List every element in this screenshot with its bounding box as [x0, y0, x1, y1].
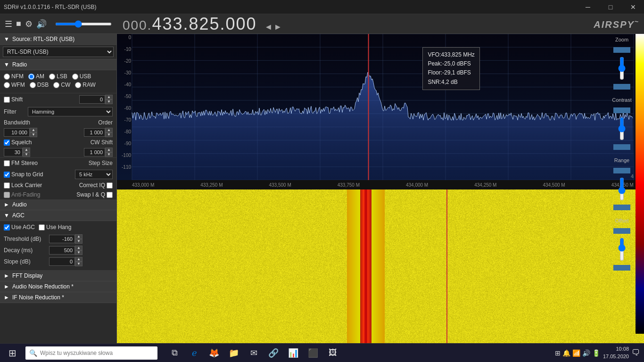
offset-btn1[interactable] — [613, 228, 630, 234]
fft-display[interactable]: 0 -10 -20 -30 -40 -50 -60 -70 -80 -90 -1… — [117, 34, 644, 180]
cwshift-down[interactable]: ▼ — [105, 152, 113, 157]
zoom-slider-btn2[interactable] — [613, 84, 630, 90]
fm-stereo-checkbox[interactable]: FM Stereo — [4, 160, 38, 166]
freq-main[interactable]: 433.825.000 — [152, 14, 256, 33]
squelch-value[interactable] — [4, 148, 23, 156]
minimize-button[interactable]: ─ — [577, 0, 599, 14]
shift-up[interactable]: ▲ — [105, 95, 113, 99]
audio-icon[interactable]: 🔊 — [36, 19, 47, 29]
use-hang-checkbox[interactable]: Use Hang — [39, 224, 71, 230]
volume-icon[interactable]: 🔊 — [582, 349, 590, 357]
slope-value[interactable] — [49, 257, 75, 266]
y-label-20: -20 — [118, 58, 131, 64]
close-button[interactable]: ✕ — [622, 0, 644, 14]
source-header[interactable]: ▼ Source: RTL-SDR (USB) — [0, 34, 116, 45]
shift-checkbox[interactable]: Shift — [4, 96, 23, 103]
snap-step-row: Snap to Grid 5 kHz 1 Hz 10 Hz 1 kHz 25 k… — [0, 168, 116, 181]
contrast-btn1[interactable] — [613, 107, 630, 113]
app-icon-6[interactable]: 📊 — [285, 345, 302, 362]
x-axis: 433,000 M 433,250 M 433,500 M 433,750 M … — [117, 180, 644, 189]
cwshift-up[interactable]: ▲ — [105, 148, 113, 152]
mode-am[interactable]: AM — [28, 73, 44, 80]
range-btn2[interactable] — [613, 205, 630, 210]
filter-dropdown[interactable]: Hamming Hann Blackman Rectangular — [28, 107, 113, 116]
zoom-slider-btn1[interactable] — [613, 47, 630, 53]
audio-section-header[interactable]: ► Audio — [0, 199, 116, 210]
mode-raw[interactable]: RAW — [75, 82, 96, 88]
threshold-up[interactable]: ▲ — [75, 234, 83, 239]
bw-down[interactable]: ▼ — [30, 132, 37, 137]
agc-header[interactable]: ▼ AGC — [0, 210, 116, 221]
slope-up[interactable]: ▲ — [75, 257, 83, 262]
zoom-slider[interactable] — [619, 57, 625, 80]
audio-noise-header[interactable]: ► Audio Noise Reduction * — [0, 281, 116, 292]
slope-down[interactable]: ▼ — [75, 262, 83, 266]
edge-icon[interactable]: ℯ — [186, 345, 203, 362]
search-input[interactable] — [40, 350, 154, 356]
threshold-down[interactable]: ▼ — [75, 239, 83, 244]
firefox-icon[interactable]: 🦊 — [206, 345, 223, 362]
range-slider[interactable] — [619, 177, 625, 201]
cwshift-value[interactable] — [84, 148, 105, 156]
mode-nfm[interactable]: NFM — [4, 73, 24, 80]
mode-usb[interactable]: USB — [72, 73, 91, 80]
order-up[interactable]: ▲ — [105, 128, 113, 132]
start-button[interactable]: ⊞ — [4, 345, 21, 362]
decay-value[interactable] — [49, 246, 75, 255]
shift-down[interactable]: ▼ — [105, 99, 113, 104]
shift-value[interactable] — [79, 95, 105, 104]
mode-dsb[interactable]: DSB — [30, 82, 49, 88]
taskview-icon[interactable]: ⧉ — [166, 345, 183, 362]
app-icon-8[interactable]: 🖼 — [324, 345, 341, 362]
folder-icon[interactable]: 📁 — [225, 345, 242, 362]
taskbar-search[interactable]: 🔍 — [25, 346, 157, 360]
tray-icon-1[interactable]: ⊞ — [555, 349, 561, 357]
contrast-btn2[interactable] — [613, 144, 630, 150]
decay-down[interactable]: ▼ — [75, 250, 83, 255]
if-noise-header[interactable]: ► IF Noise Reduction * — [0, 292, 116, 303]
waterfall-display[interactable] — [117, 189, 644, 343]
snap-to-grid-checkbox[interactable]: Snap to Grid — [4, 171, 43, 178]
range-btn1[interactable] — [613, 168, 630, 173]
mode-wfm[interactable]: WFM — [4, 82, 25, 88]
lock-carrier-checkbox[interactable]: Lock Carrier — [4, 182, 42, 189]
menu-icon[interactable]: ☰ — [5, 19, 12, 29]
tray-icon-2[interactable]: 🔔 — [562, 349, 570, 357]
use-agc-checkbox[interactable]: Use AGC — [4, 224, 35, 230]
mode-lsb[interactable]: LSB — [49, 73, 67, 80]
contrast-slider[interactable] — [619, 117, 625, 140]
mode-cw[interactable]: CW — [53, 82, 70, 88]
mail-icon[interactable]: ✉ — [245, 345, 262, 362]
network-icon[interactable]: 📶 — [572, 349, 580, 357]
order-down[interactable]: ▼ — [105, 132, 113, 137]
app-icon-5[interactable]: 🔗 — [265, 345, 282, 362]
terminal-icon[interactable]: ⬛ — [305, 345, 322, 362]
squelch-up[interactable]: ▲ — [23, 148, 30, 152]
stop-icon[interactable]: ■ — [16, 19, 21, 29]
offset-btn2[interactable] — [613, 265, 630, 271]
radio-header[interactable]: ▼ Radio — [0, 59, 116, 70]
anti-fading-label: Anti-Fading — [11, 191, 40, 198]
swap-iq-checkbox[interactable]: Swap I & Q — [76, 191, 113, 198]
bandwidth-value[interactable] — [4, 128, 30, 137]
freq-nav[interactable]: ◄► — [264, 22, 283, 32]
step-dropdown[interactable]: 5 kHz 1 Hz 10 Hz 1 kHz 25 kHz — [75, 170, 113, 179]
decay-up[interactable]: ▲ — [75, 246, 83, 250]
squelch-down[interactable]: ▼ — [23, 152, 30, 157]
squelch-checkbox[interactable]: Squelch — [4, 139, 32, 146]
freq-slider[interactable] — [55, 23, 112, 25]
notification-icon[interactable]: 🗨 — [632, 348, 640, 358]
settings-icon[interactable]: ⚙ — [25, 19, 33, 29]
anti-fading-checkbox[interactable]: Anti-Fading — [4, 191, 40, 198]
source-dropdown[interactable]: RTL-SDR (USB) — [3, 47, 114, 57]
battery-icon[interactable]: 🔋 — [592, 349, 600, 357]
bw-up[interactable]: ▲ — [30, 128, 37, 132]
maximize-button[interactable]: □ — [600, 0, 621, 14]
offset-slider[interactable] — [619, 238, 625, 261]
fft-display-header[interactable]: ► FFT Display — [0, 271, 116, 281]
threshold-input: ▲ ▼ — [49, 234, 83, 244]
fm-stereo-label: FM Stereo — [11, 160, 38, 166]
order-value[interactable] — [84, 128, 105, 137]
correct-iq-checkbox[interactable]: Correct IQ — [79, 182, 113, 189]
threshold-value[interactable] — [49, 235, 75, 243]
